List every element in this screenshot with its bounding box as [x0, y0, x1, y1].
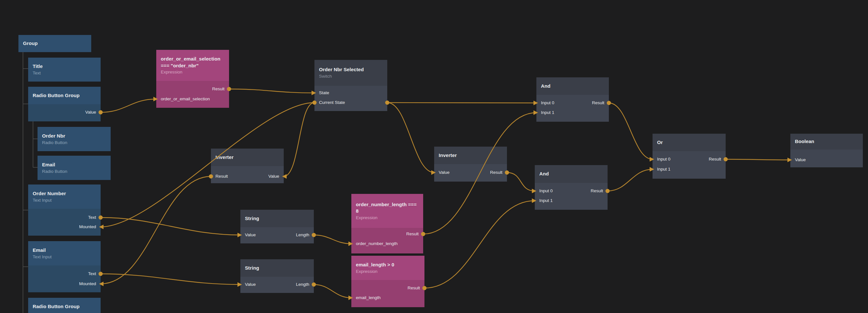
node-title: Radio Button Group [33, 303, 96, 310]
output-connector-dot-and2-result[interactable] [606, 189, 610, 193]
output-connector-dot-expr_order_len-result[interactable] [421, 232, 426, 236]
node-order_number[interactable]: Order NumberText InputTextMounted [28, 184, 101, 236]
output-connector-dot-and1-result[interactable] [607, 101, 611, 105]
node-order_nbr[interactable]: Order NbrRadio Button [37, 127, 111, 151]
port-string1-length: Length [296, 232, 309, 238]
node-email_input[interactable]: EmailText InputTextMounted [28, 241, 101, 292]
node-ports-area: ResultValue [211, 166, 284, 183]
node-expr_email_len[interactable]: email_length > 0ExpressionResultemail_le… [351, 256, 425, 307]
port-email_input-mounted: Mounted [79, 281, 96, 287]
node-title_text[interactable]: TitleText [28, 58, 101, 82]
port-and1-input1: Input 1 [541, 109, 554, 116]
port-expr_selection-order_or_email_selection: order_or_email_selection [161, 96, 210, 102]
port-expr_order_len-result: Result [406, 231, 418, 237]
node-ports-area: ValueResult [434, 164, 507, 181]
output-connector-dot-radio_button_group-value[interactable] [99, 110, 103, 115]
node-title: And [541, 83, 604, 90]
node-title: order_number_length === 8 [356, 201, 418, 215]
node-header: Radio Button Group [28, 87, 101, 104]
port-or-result: Result [709, 156, 721, 163]
port-string2-value: Value [245, 281, 256, 288]
port-order_number-mounted: Mounted [79, 224, 96, 230]
node-header: And [536, 77, 609, 95]
node-header: String [240, 210, 314, 227]
node-subtitle: Text Input [33, 254, 96, 260]
node-header: And [535, 165, 608, 183]
port-expr_email_len-email_length: email_length [356, 294, 381, 301]
node-graph-canvas[interactable]: GroupTitleTextRadio Button GroupValueOrd… [0, 0, 868, 313]
port-and2-input1: Input 1 [539, 197, 553, 204]
output-connector-dot-expr_email_len-result[interactable] [423, 286, 427, 290]
node-title: Group [23, 40, 87, 47]
node-subtitle: Radio Button [42, 140, 106, 146]
port-or-input1: Input 1 [657, 166, 670, 173]
node-radio_button_group[interactable]: Radio Button GroupValue [28, 87, 101, 121]
output-connector-dot-inverter1-result[interactable] [209, 174, 213, 179]
node-title: And [539, 171, 603, 177]
node-subtitle: Text Input [33, 197, 96, 203]
node-inverter2[interactable]: InverterValueResult [434, 147, 507, 181]
node-and1[interactable]: AndInput 0Input 1Result [536, 77, 609, 122]
port-email_input-text: Text [88, 271, 96, 277]
port-and1-input0: Input 0 [541, 100, 554, 106]
port-inverter2-result: Result [490, 169, 502, 176]
node-header: Order NumberText Input [28, 184, 101, 209]
output-connector-dot-string2-length[interactable] [312, 283, 316, 287]
node-group[interactable]: Group [19, 35, 91, 52]
node-header: EmailRadio Button [37, 156, 111, 180]
port-inverter1-value: Value [268, 173, 279, 180]
node-title: Inverter [439, 152, 502, 159]
node-expr_order_len[interactable]: order_number_length === 8ExpressionResul… [351, 194, 423, 253]
nodes-layer: GroupTitleTextRadio Button GroupValueOrd… [0, 0, 868, 313]
node-subtitle: Radio Button [42, 169, 106, 174]
output-connector-dot-string1-length[interactable] [312, 233, 316, 237]
node-header: TitleText [28, 58, 101, 82]
node-subtitle: Switch [319, 74, 383, 79]
port-switch-state: State [319, 90, 329, 96]
node-subtitle: Expression [356, 215, 418, 221]
port-expr_selection-result: Result [212, 86, 224, 92]
port-radio_button_group-value: Value [85, 109, 96, 116]
node-header: EmailText Input [28, 241, 101, 265]
node-header: Or [653, 134, 726, 151]
node-header: Inverter [211, 148, 284, 166]
node-string1[interactable]: StringValueLength [240, 210, 314, 244]
output-connector-dot-expr_selection-result[interactable] [227, 87, 231, 91]
port-inverter1-result: Result [215, 173, 228, 180]
node-title: Or [657, 139, 721, 146]
output-connector-dot-or-result[interactable] [724, 157, 728, 162]
port-string1-value: Value [245, 232, 256, 238]
output-connector-dot-order_number-text[interactable] [99, 216, 103, 220]
edge-switch-current_state-to-and1-input0[interactable] [387, 103, 536, 103]
node-ports-area: TextMounted [28, 265, 101, 292]
node-header: Order Nbr SelectedSwitch [314, 60, 387, 86]
node-ports-area: Value [790, 149, 863, 167]
node-boolean[interactable]: BooleanValue [790, 134, 863, 167]
node-email_radio[interactable]: EmailRadio Button [37, 156, 111, 180]
node-header: Inverter [434, 147, 507, 164]
output-connector-dot-email_input-text[interactable] [99, 272, 103, 276]
node-expr_selection[interactable]: order_or_email_selection === "order_nbr"… [156, 50, 229, 108]
node-switch[interactable]: Order Nbr SelectedSwitchStateCurrent Sta… [314, 60, 387, 111]
node-ports-area: Input 0Input 1Result [536, 95, 609, 122]
output-connector-dot-switch-current_state[interactable] [312, 101, 317, 105]
node-ports-area: TextMounted [28, 209, 101, 236]
node-ports-area: ValueLength [240, 227, 314, 244]
port-order_number-text: Text [88, 214, 96, 221]
node-string2[interactable]: StringValueLength [240, 259, 314, 293]
node-ports-area: Resultemail_length [351, 280, 425, 307]
node-ports-area: Input 0Input 1Result [535, 183, 608, 210]
node-ports-area: Resultorder_or_email_selection [156, 81, 229, 108]
port-boolean-value: Value [795, 156, 806, 163]
output-connector-dot-inverter2-result[interactable] [505, 171, 509, 175]
node-title: email_length > 0 [356, 261, 420, 268]
port-switch-current_state: Current State [319, 99, 345, 106]
node-header: Radio Button Group [28, 298, 101, 313]
node-header: order_or_email_selection === "order_nbr"… [156, 50, 229, 81]
node-radio_button_group2[interactable]: Radio Button Group [28, 298, 101, 313]
node-or[interactable]: OrInput 0Input 1Result [653, 134, 726, 179]
node-and2[interactable]: AndInput 0Input 1Result [535, 165, 608, 210]
node-subtitle: Expression [356, 269, 420, 275]
output-connector-dot-switch-current_state[interactable] [385, 101, 390, 105]
node-subtitle: Expression [161, 69, 224, 75]
